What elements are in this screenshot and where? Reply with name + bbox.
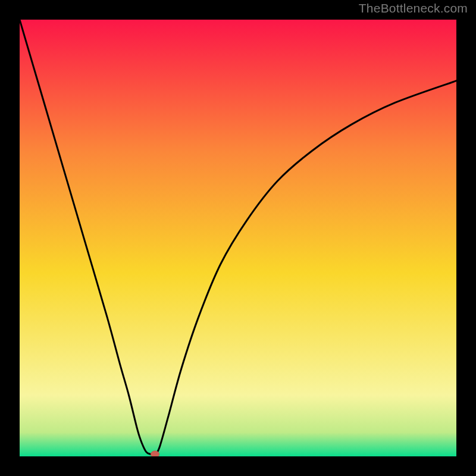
plot-svg bbox=[20, 20, 456, 456]
plot-background bbox=[20, 20, 456, 456]
minimum-marker bbox=[151, 451, 159, 456]
chart-stage: TheBottleneck.com bbox=[0, 0, 476, 476]
watermark-text: TheBottleneck.com bbox=[359, 1, 468, 15]
plot-frame bbox=[20, 20, 456, 456]
